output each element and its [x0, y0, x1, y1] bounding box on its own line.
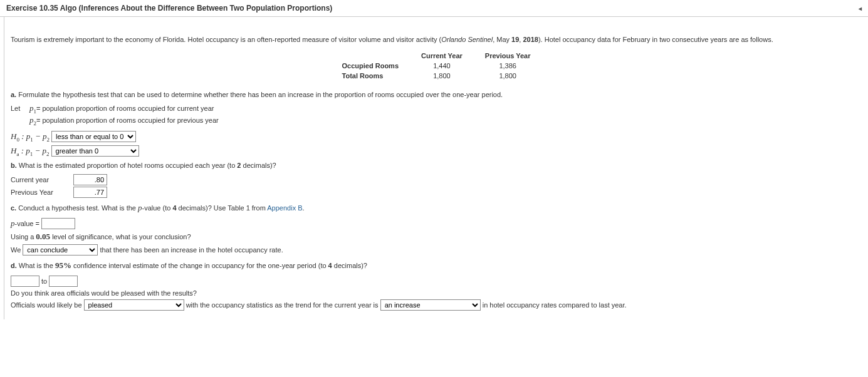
sig-level: 0.05 [36, 232, 50, 241]
part-b: b. What is the estimated proportion of h… [11, 162, 862, 169]
part-a-text: Formulate the hypothesis test that can b… [16, 91, 503, 98]
current-year-label: Current year [11, 176, 67, 183]
sig-before: Using a [11, 233, 36, 240]
part-d: d. What is the 95% confidence interval e… [11, 261, 862, 271]
citation-sep: , May [493, 36, 511, 43]
row-occupied-label: Occupied Rooms [331, 61, 410, 71]
part-c-text-1: Conduct a hypothesis test. What is the [16, 204, 138, 212]
let-definitions: Let p1 = population proportion of rooms … [11, 103, 862, 126]
h0-symbol: H0 : p1 − p2 [11, 132, 50, 141]
intro-text-1: Tourism is extremely important to the ec… [11, 36, 441, 43]
pvalue-input[interactable] [41, 218, 75, 229]
part-d-prefix: d. [11, 262, 17, 269]
conclude-after: that there has been an increase in the h… [98, 246, 283, 254]
occ-previous: 1,386 [474, 61, 542, 71]
part-c-text-3: decimals)? Use Table 1 from [177, 204, 268, 212]
conclude-select[interactable]: can conclude [23, 244, 98, 256]
part-c-period: . [303, 204, 305, 212]
let-label: Let [11, 105, 29, 112]
pleased-select[interactable]: pleased [84, 299, 184, 311]
part-a-prefix: a. [11, 91, 16, 98]
part-d-text-2: confidence interval estimate of the chan… [71, 262, 328, 269]
part-d-text-3: decimals)? [332, 262, 367, 269]
ci-to: to [39, 277, 49, 285]
sig-after: level of significance, what is your conc… [50, 233, 191, 240]
pvalue-eq: -value = [15, 220, 42, 227]
exercise-header: Exercise 10.35 Algo (Inferences About th… [0, 0, 868, 17]
part-b-text-1: What is the estimated proportion of hote… [17, 162, 238, 169]
ci-upper-input[interactable] [49, 276, 78, 287]
exercise-body: Tourism is extremely important to the ec… [4, 17, 868, 319]
part-c-text-2: -value (to [142, 204, 173, 212]
occ-current: 1,440 [410, 61, 474, 71]
table-row: Occupied Rooms 1,440 1,386 [331, 61, 542, 71]
p1-symbol: p1 [29, 103, 36, 115]
total-current: 1,800 [410, 71, 474, 81]
intro-paragraph: Tourism is extremely important to the ec… [11, 36, 862, 43]
citation-year: 2018 [523, 36, 538, 43]
previous-year-row: Previous Year [11, 187, 862, 198]
part-d-text-1: What is the [17, 262, 55, 269]
officials-after: in hotel occupancy rates compared to las… [481, 301, 627, 309]
citation-day: 19 [511, 36, 519, 43]
p2-def: = population proportion of rooms occupie… [36, 116, 219, 124]
intro-text-2: ). Hotel occupancy data for February in … [538, 36, 773, 43]
officials-mid: with the occupancy statistics as the tre… [184, 301, 380, 309]
current-year-input[interactable] [73, 174, 107, 185]
total-previous: 1,800 [474, 71, 542, 81]
ci-lower-input[interactable] [11, 276, 39, 287]
significance-line: Using a 0.05 level of significance, what… [11, 232, 862, 242]
p2-symbol: p2 [29, 115, 36, 127]
table-row: Total Rooms 1,800 1,800 [331, 71, 542, 81]
ha-symbol: Ha : p1 − p2 [11, 146, 50, 155]
previous-year-label: Previous Year [11, 189, 67, 196]
collapse-arrow-icon[interactable]: ◂ [859, 5, 862, 12]
h0-select[interactable]: less than or equal to 0 [51, 131, 136, 142]
part-c: c. Conduct a hypothesis test. What is th… [11, 203, 862, 213]
exercise-title: Exercise 10.35 Algo (Inferences About th… [6, 4, 332, 13]
col-previous: Previous Year [474, 51, 542, 61]
we-label: We [11, 246, 23, 254]
previous-year-input[interactable] [73, 187, 107, 198]
ci-inputs: to [11, 276, 862, 287]
trend-select[interactable]: an increase [380, 299, 481, 311]
officials-line: Officials would likely be pleased with t… [11, 299, 862, 311]
ci-pct: 95% [55, 261, 71, 270]
part-b-text-2: decimals)? [241, 162, 276, 169]
table-header-row: Current Year Previous Year [331, 51, 542, 61]
conclusion-line: We can conclude that there has been an i… [11, 244, 862, 256]
ha-select[interactable]: greater than 0 [51, 145, 139, 157]
occupancy-table: Current Year Previous Year Occupied Room… [331, 51, 542, 81]
appendix-link[interactable]: Appendix B [267, 204, 302, 212]
pleased-question: Do you think area officials would be ple… [11, 289, 862, 297]
part-b-prefix: b. [11, 162, 17, 169]
p1-def: = population proportion of rooms occupie… [36, 105, 214, 112]
row-total-label: Total Rooms [331, 71, 410, 81]
officials-before: Officials would likely be [11, 301, 84, 309]
col-current: Current Year [410, 51, 474, 61]
h0-line: H0 : p1 − p2 less than or equal to 0 [11, 131, 862, 143]
part-a: a. Formulate the hypothesis test that ca… [11, 91, 862, 98]
pvalue-line: p-value = [11, 218, 862, 229]
current-year-row: Current year [11, 174, 862, 185]
ha-line: Ha : p1 − p2 greater than 0 [11, 145, 862, 157]
part-c-prefix: c. [11, 204, 16, 212]
citation-source: Orlando Sentinel [441, 36, 493, 43]
